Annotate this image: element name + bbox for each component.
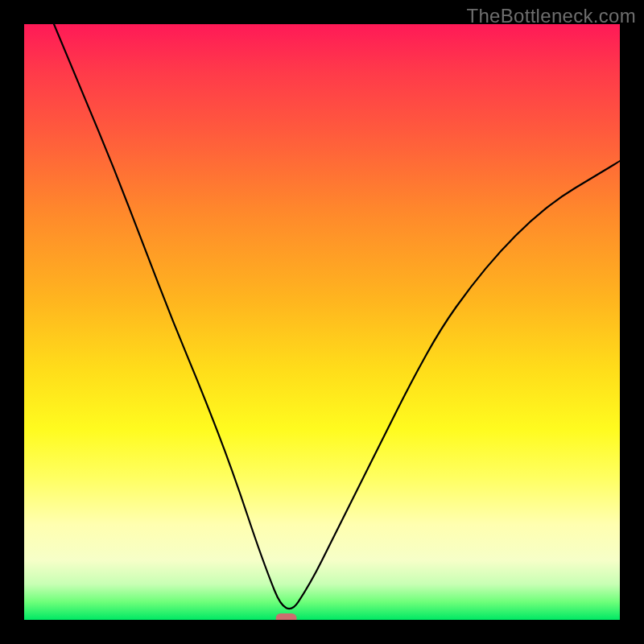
chart-frame: TheBottleneck.com [0,0,644,644]
plot-area [24,24,620,620]
bottleneck-curve [54,24,620,609]
chart-svg [24,24,620,620]
watermark-text: TheBottleneck.com [466,5,636,27]
optimal-marker [276,613,297,620]
